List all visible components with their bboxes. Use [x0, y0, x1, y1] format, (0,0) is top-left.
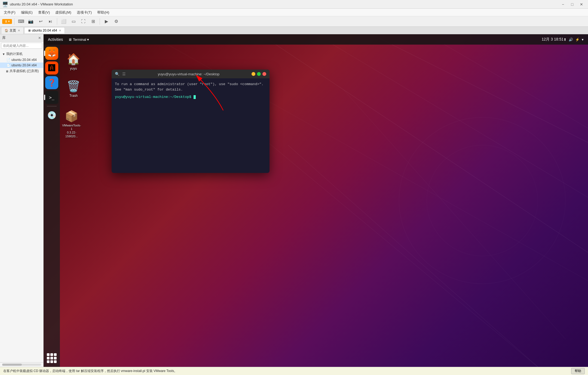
ubuntu-clock[interactable]: 12月 3 18:51	[542, 37, 564, 42]
terminal-warn-line1: To run a command as administrator (user …	[115, 82, 266, 87]
terminal-menu-icon[interactable]: ☰	[122, 72, 126, 76]
menu-tabs[interactable]: 选项卡(T)	[74, 9, 95, 16]
unity-button[interactable]: ⊞	[89, 17, 97, 26]
vm-file-icon-2: 📄	[7, 64, 10, 67]
terminal-maximize-button[interactable]	[257, 72, 261, 76]
settings-button[interactable]: ⚙	[112, 17, 121, 26]
terminal-close-button[interactable]	[262, 72, 266, 76]
desktop-icon-yuyu[interactable]: 🏠 yuyu	[61, 51, 86, 73]
svg-point-9	[427, 145, 538, 256]
desktop-icon-vmtools[interactable]: 📦 VMwareTools-10.3.22-159020...	[59, 108, 84, 140]
library-close-button[interactable]: ✕	[38, 36, 41, 40]
vm-file-icon-1: 📄	[7, 58, 10, 62]
tab-vm[interactable]: 🖥 ubuntu 20.04 x64 ✕	[24, 27, 65, 33]
menubar: 文件(F) 编辑(E) 查看(V) 虚拟机(M) 选项卡(T) 帮助(H)	[0, 9, 588, 16]
ubuntu-dock: 🦊 🅰 ❓ >_	[44, 45, 60, 367]
dock-cd[interactable]: 💿	[45, 109, 58, 122]
svg-point-8	[399, 117, 566, 284]
vm-content-area: Activities 🖥 Terminal ▾ 12月 3 18:51 ⬆ 🔊 …	[44, 34, 588, 367]
library-panel: 库 ✕ ▼ 我的计算机 📄 ubuntu 20.04 x64 📄 ubuntu …	[0, 34, 44, 367]
library-tree: ▼ 我的计算机 📄 ubuntu 20.04 x64 📄 ubuntu 20.0…	[0, 50, 43, 362]
tab-vm-close[interactable]: ✕	[59, 29, 61, 32]
status-message: 在客户机中装载虚拟 CD 驱动器，启动终端，使用 tar 解压缩安装程序，然后执…	[3, 369, 177, 373]
ubuntu-topbar: Activities 🖥 Terminal ▾ 12月 3 18:51 ⬆ 🔊 …	[44, 34, 588, 45]
trash-icon: 🗑️	[67, 80, 80, 93]
fullscreen-button[interactable]: ⛶	[79, 17, 88, 26]
vm-icon: 🖥	[28, 29, 31, 32]
normal-view-button[interactable]: ⬜	[59, 17, 68, 26]
tab-vm-label: ubuntu 20.04 x64	[32, 29, 57, 32]
help-button[interactable]: 帮助	[571, 368, 585, 374]
menu-help[interactable]: 帮助(H)	[94, 9, 112, 16]
tab-home-close[interactable]: ✕	[18, 29, 20, 32]
dock-terminal[interactable]: >_	[45, 91, 58, 104]
terminal-dock-icon: >_	[45, 91, 58, 104]
terminal-titlebar: 🔍 ☰ yuyu@yuyu-virtual-machine: ~/Desktop	[112, 70, 270, 78]
ubuntu-tray: ⬆ 🔊 ⚡ ▾	[564, 38, 584, 42]
yuyu-folder-label: yuyu	[70, 67, 77, 70]
tree-vm-2[interactable]: 📄 ubuntu 20.04 x64	[0, 63, 43, 68]
terminal-window[interactable]: 🔍 ☰ yuyu@yuyu-virtual-machine: ~/Desktop…	[112, 70, 270, 173]
vmware-statusbar: 在客户机中装载虚拟 CD 驱动器，启动终端，使用 tar 解压缩安装程序，然后执…	[0, 367, 588, 375]
tree-my-computer[interactable]: ▼ 我的计算机	[0, 51, 43, 57]
terminal-warn-line2: See "man sudo_root" for details.	[115, 87, 266, 92]
dock-help[interactable]: ❓	[45, 76, 58, 89]
toolbar-separator-3	[100, 18, 100, 25]
svg-line-5	[427, 34, 588, 131]
dock-terminal-indicator	[44, 95, 45, 100]
terminal-win-controls: 🔍 ☰	[115, 72, 126, 76]
window-controls: − □ ✕	[559, 1, 586, 8]
tab-home[interactable]: 🏠 主页 ✕	[1, 27, 24, 34]
library-header: 库 ✕	[0, 34, 43, 42]
dock-app-grid[interactable]	[45, 352, 58, 365]
snapshot-button[interactable]: 📷	[26, 17, 35, 26]
minimize-button[interactable]: −	[559, 1, 567, 8]
terminal-prompt: yuyu@yuyu-virtual-machine:~/Desktop$	[115, 95, 191, 99]
activities-button[interactable]: Activities	[48, 37, 63, 42]
tray-power-icon[interactable]: ⚡	[575, 38, 580, 42]
cd-icon: 💿	[47, 111, 57, 120]
svg-line-0	[260, 34, 588, 256]
firefox-icon: 🦊	[45, 47, 58, 60]
terminal-title: yuyu@yuyu-virtual-machine: ~/Desktop	[126, 72, 252, 76]
main-area: 库 ✕ ▼ 我的计算机 📄 ubuntu 20.04 x64 📄 ubuntu …	[0, 34, 588, 367]
tray-volume-icon[interactable]: 🔊	[569, 38, 573, 42]
terminal-minimize-button[interactable]	[252, 72, 255, 76]
desktop-icon-trash[interactable]: 🗑️ Trash	[61, 78, 86, 100]
menu-edit[interactable]: 编辑(E)	[18, 9, 35, 16]
dock-software-center[interactable]: 🅰	[45, 61, 58, 75]
restore-snapshot-button[interactable]: ↩	[36, 17, 45, 26]
terminal-prompt-line: yuyu@yuyu-virtual-machine:~/Desktop$	[115, 94, 266, 100]
terminal-body[interactable]: To run a command as administrator (user …	[112, 78, 270, 103]
restore-button[interactable]: □	[568, 1, 577, 8]
toolbar-separator-1	[14, 18, 14, 25]
tray-expand-icon[interactable]: ⬆	[564, 38, 566, 42]
shared-icon: 🖥	[5, 70, 8, 73]
console-button[interactable]: ▶	[102, 17, 111, 26]
vm-tab-content[interactable]: Activities 🖥 Terminal ▾ 12月 3 18:51 ⬆ 🔊 …	[44, 34, 588, 367]
library-search-input[interactable]	[1, 43, 42, 49]
tray-settings-icon[interactable]: ▾	[582, 38, 584, 42]
toolbar-separator-2	[57, 18, 57, 25]
dock-separator	[47, 106, 57, 106]
send-ctrl-alt-del-button[interactable]: ⌨	[17, 17, 25, 26]
ubuntu-desktop[interactable]: Activities 🖥 Terminal ▾ 12月 3 18:51 ⬆ 🔊 …	[44, 34, 588, 367]
terminal-search-icon[interactable]: 🔍	[115, 72, 120, 76]
menu-file[interactable]: 文件(F)	[1, 9, 18, 16]
suspend-button[interactable]: ⏯	[46, 17, 55, 26]
dock-firefox[interactable]: 🦊	[45, 47, 58, 60]
close-button[interactable]: ✕	[577, 1, 586, 8]
yuyu-folder-icon: 🏠	[67, 53, 80, 66]
menu-view[interactable]: 查看(V)	[35, 9, 53, 16]
tree-shared-vm[interactable]: 🖥 共享虚拟机 (已弃用)	[0, 68, 43, 74]
window-title: ubuntu 20.04 x64 - VMware Workstation	[10, 2, 559, 6]
terminal-menu[interactable]: 🖥 Terminal ▾	[68, 38, 89, 42]
pause-button[interactable]: ⏸ ▾	[2, 19, 12, 24]
quick-switch-button[interactable]: ▭	[69, 17, 78, 26]
tree-my-computer-label: 我的计算机	[6, 52, 23, 56]
library-search-area	[0, 42, 43, 50]
tree-vm-1[interactable]: 📄 ubuntu 20.04 x64	[0, 57, 43, 63]
menu-vm[interactable]: 虚拟机(M)	[53, 9, 74, 16]
toolbar: ⏸ ▾ ⌨ 📷 ↩ ⏯ ⬜ ▭ ⛶ ⊞ ▶ ⚙	[0, 16, 588, 27]
svg-line-7	[344, 90, 565, 339]
